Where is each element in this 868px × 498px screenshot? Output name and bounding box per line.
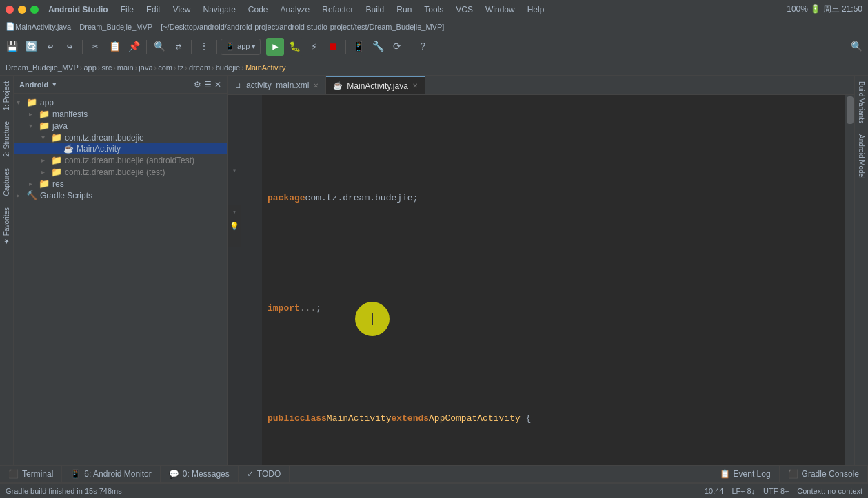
menu-analyze[interactable]: Analyze xyxy=(275,3,316,16)
breadcrumb-main[interactable]: main xyxy=(117,63,134,72)
breadcrumb-com[interactable]: com xyxy=(158,63,172,72)
left-tab-captures[interactable]: Captures xyxy=(0,163,13,202)
tree-item-package[interactable]: ▾ 📁 com.tz.dream.budejie xyxy=(14,132,227,143)
toolbar-paste[interactable]: 📌 xyxy=(125,38,143,56)
toolbar-help[interactable]: ? xyxy=(414,38,432,56)
run-config-selector[interactable]: 📱 app ▾ xyxy=(221,39,261,55)
menu-file[interactable]: File xyxy=(115,3,139,16)
bottom-tab-gradle-console[interactable]: ⬛ Gradle Console xyxy=(780,465,868,483)
gradle-console-icon: ⬛ xyxy=(788,469,798,479)
breadcrumb-java[interactable]: java xyxy=(139,63,152,72)
tree-item-androidtest[interactable]: ▸ 📁 com.tz.dream.budejie (androidTest) xyxy=(14,154,227,166)
tree-item-gradle[interactable]: ▸ 🔨 Gradle Scripts xyxy=(14,189,227,201)
tab-label: activity_main.xml xyxy=(246,81,309,90)
fold-method-marker[interactable]: ▾ xyxy=(228,205,241,219)
breadcrumb-budejie[interactable]: budejie xyxy=(216,63,240,72)
tab-close-icon[interactable]: ✕ xyxy=(313,82,319,90)
project-panel: Android ▾ ⚙ ☰ ✕ ▾ 📁 app ▸ 📁 manifests xyxy=(14,76,228,465)
scroll-thumb[interactable] xyxy=(847,96,854,124)
run-button[interactable]: ▶ xyxy=(266,38,284,56)
mac-window-controls xyxy=(6,6,39,14)
menu-window[interactable]: Window xyxy=(480,3,521,16)
toolbar-sync-project[interactable]: ⟳ xyxy=(388,38,406,56)
bottom-tab-terminal[interactable]: ⬛ Terminal xyxy=(0,465,62,483)
panel-settings-icon[interactable]: ☰ xyxy=(204,80,212,90)
toolbar-avd[interactable]: 📱 xyxy=(350,38,367,56)
menu-tools[interactable]: Tools xyxy=(418,3,449,16)
left-tab-project[interactable]: 1: Project xyxy=(0,76,13,116)
menu-view[interactable]: View xyxy=(168,3,196,16)
toolbar-copy[interactable]: 📋 xyxy=(105,38,123,56)
fold-class-marker[interactable]: ▾ xyxy=(228,164,241,178)
toolbar-redo[interactable]: ↪ xyxy=(61,38,79,56)
menu-vcs[interactable]: VCS xyxy=(450,3,478,16)
breadcrumb-mainactivity[interactable]: MainActivity xyxy=(245,63,286,72)
menu-run[interactable]: Run xyxy=(391,3,417,16)
arrow-icon: ▸ xyxy=(17,191,26,199)
line-num xyxy=(241,178,258,191)
maximize-window-button[interactable] xyxy=(30,6,39,14)
panel-close-icon[interactable]: ✕ xyxy=(214,80,221,90)
status-context[interactable]: Context: no context xyxy=(797,487,862,495)
menu-help[interactable]: Help xyxy=(522,3,550,16)
debug-button[interactable]: 🐛 xyxy=(285,38,303,56)
tree-item-res[interactable]: ▸ 📁 res xyxy=(14,178,227,189)
tree-item-mainactivity[interactable]: ☕ MainActivity xyxy=(14,143,227,154)
left-tab-favorites[interactable]: ★ Favorites xyxy=(0,202,13,251)
line-num xyxy=(241,164,258,178)
toolbar-sdk[interactable]: 🔧 xyxy=(369,38,387,56)
toolbar-find[interactable]: 🔍 xyxy=(150,38,168,56)
tab-close-icon[interactable]: ✕ xyxy=(412,82,418,90)
bottom-tab-android-monitor[interactable]: 📱 6: Android Monitor xyxy=(62,465,160,483)
toolbar-search[interactable]: 🔍 xyxy=(847,38,865,56)
status-line-col[interactable]: LF÷ 8↓ xyxy=(731,487,755,495)
coverage-button[interactable]: ⚡ xyxy=(305,38,323,56)
override-marker xyxy=(228,191,241,205)
code-content[interactable]: package com.tz.dream.budejie; import ...… xyxy=(262,95,845,465)
panel-gear-icon[interactable]: ⚙ xyxy=(194,80,201,90)
tree-label: MainActivity xyxy=(77,144,121,154)
tab-activity-main[interactable]: 🗋 activity_main.xml ✕ xyxy=(228,76,326,94)
code-editor[interactable]: ▾ ▾ 💡 xyxy=(228,95,854,465)
bottom-tab-todo[interactable]: ✓ TODO xyxy=(239,465,290,483)
menu-code[interactable]: Code xyxy=(243,3,274,16)
status-time[interactable]: 10:44 xyxy=(705,487,724,495)
breadcrumb-tz[interactable]: tz xyxy=(178,63,184,72)
menu-bar: Android Studio File Edit View Navigate C… xyxy=(0,0,868,19)
menu-edit[interactable]: Edit xyxy=(141,3,166,16)
lightbulb-marker[interactable]: 💡 xyxy=(228,219,241,233)
breadcrumb-dream[interactable]: dream xyxy=(189,63,210,72)
tree-item-test[interactable]: ▸ 📁 com.tz.dream.budejie (test) xyxy=(14,166,227,178)
right-tab-android-model[interactable]: Android Model xyxy=(855,129,868,184)
toolbar-replace[interactable]: ⇄ xyxy=(170,38,188,56)
toolbar-cut[interactable]: ✂ xyxy=(86,38,104,56)
arrow-icon: ▸ xyxy=(29,180,39,187)
package-icon: 📁 xyxy=(51,132,62,143)
bottom-tab-event-log[interactable]: 📋 Event Log xyxy=(711,465,780,483)
breadcrumb-src[interactable]: src xyxy=(101,63,112,72)
right-tab-build-variants[interactable]: Build Variants xyxy=(855,76,868,129)
stop-button[interactable]: ⏹ xyxy=(324,38,342,56)
project-dropdown-arrow[interactable]: ▾ xyxy=(52,80,57,89)
breadcrumb-app[interactable]: app xyxy=(83,63,96,72)
menu-navigate[interactable]: Navigate xyxy=(197,3,241,16)
toolbar-structure[interactable]: ⋮ xyxy=(195,38,213,56)
close-window-button[interactable] xyxy=(6,6,14,14)
breadcrumb-project[interactable]: Dream_Budejie_MVP xyxy=(6,63,79,72)
status-encoding[interactable]: UTF-8÷ xyxy=(763,487,789,495)
menu-refactor[interactable]: Refactor xyxy=(316,3,359,16)
tree-item-manifests[interactable]: ▸ 📁 manifests xyxy=(14,108,227,120)
bottom-tab-messages[interactable]: 💬 0: Messages xyxy=(161,465,239,483)
minimize-window-button[interactable] xyxy=(18,6,26,14)
toolbar-save-all[interactable]: 💾 xyxy=(3,38,21,56)
scroll-bar[interactable] xyxy=(845,95,854,465)
tree-item-java[interactable]: ▾ 📁 java xyxy=(14,120,227,132)
toolbar-sync[interactable]: 🔄 xyxy=(22,38,40,56)
menu-build[interactable]: Build xyxy=(361,3,390,16)
package-icon: 📁 xyxy=(51,155,62,165)
left-tab-structure[interactable]: 2: Structure xyxy=(0,116,13,163)
toolbar-undo[interactable]: ↩ xyxy=(41,38,59,56)
title-bar: 📄 MainActivity.java – Dream_Budejie_MVP … xyxy=(0,19,868,34)
tree-item-app[interactable]: ▾ 📁 app xyxy=(14,96,227,108)
tab-mainactivity[interactable]: ☕ MainActivity.java ✕ xyxy=(326,76,425,94)
